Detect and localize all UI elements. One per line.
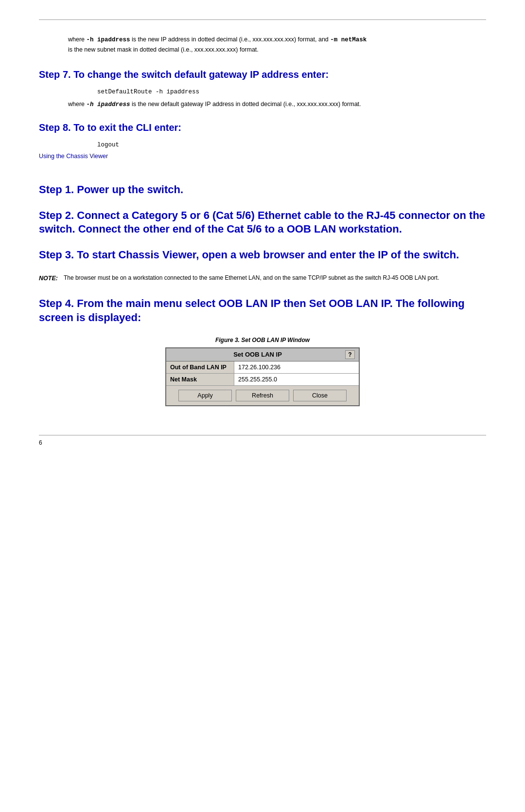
step8-heading: Step 8. To to exit the CLI enter:	[39, 121, 486, 134]
step4b-section: Step 4. From the main menu select OOB LA…	[39, 297, 486, 325]
note-label: NOTE:	[39, 273, 58, 283]
chassis-viewer-link[interactable]: Using the Chassis Viewer	[39, 153, 108, 160]
step2b-heading: Step 2. Connect a Category 5 or 6 (Cat 5…	[39, 209, 486, 236]
step7-subcmd: -h ipaddress	[87, 101, 130, 108]
oob-titlebar: Set OOB LAN IP ?	[166, 348, 359, 361]
note-block: NOTE: The browser must be on a workstati…	[39, 273, 486, 283]
figure-caption: Figure 3. Set OOB LAN IP Window	[39, 337, 486, 343]
intro-cmd1: -h ipaddress	[87, 36, 130, 43]
apply-button[interactable]: Apply	[178, 390, 232, 401]
step7-section: Step 7. To change the switch default gat…	[39, 68, 486, 109]
oob-window: Set OOB LAN IP ? Out of Band LAN IP 172.…	[165, 347, 360, 406]
oob-window-title: Set OOB LAN IP	[170, 351, 345, 358]
step3b-section: Step 3. To start Chassis Viewer, open a …	[39, 248, 486, 262]
step1b-section: Step 1. Power up the switch.	[39, 183, 486, 197]
refresh-button[interactable]: Refresh	[236, 390, 289, 401]
step4b-heading: Step 4. From the main menu select OOB LA…	[39, 297, 486, 325]
intro-text: where -h ipaddress is the new IP address…	[68, 35, 486, 54]
step2b-section: Step 2. Connect a Category 5 or 6 (Cat 5…	[39, 209, 486, 236]
step8-code: logout	[97, 142, 486, 148]
page-number: 6	[39, 439, 42, 446]
oob-buttons: Apply Refresh Close	[166, 386, 359, 405]
figure-container: Figure 3. Set OOB LAN IP Window Set OOB …	[39, 337, 486, 406]
oob-label-ip: Out of Band LAN IP	[166, 361, 234, 373]
bottom-rule	[39, 435, 486, 435]
oob-label-mask: Net Mask	[166, 374, 234, 385]
step8-section: Step 8. To to exit the CLI enter: logout…	[39, 121, 486, 171]
top-rule	[39, 19, 486, 20]
oob-value-mask: 255.255.255.0	[234, 374, 359, 385]
step7-heading: Step 7. To change the switch default gat…	[39, 68, 486, 81]
intro-cmd2: -m netMask	[330, 36, 367, 43]
oob-help-button[interactable]: ?	[345, 350, 355, 359]
step7-subtext: where -h ipaddress is the new default ga…	[68, 99, 486, 109]
step1b-heading: Step 1. Power up the switch.	[39, 183, 486, 197]
step7-code: setDefaultRoute -h ipaddress	[97, 89, 486, 95]
note-text: The browser must be on a workstation con…	[64, 273, 439, 283]
page-container: where -h ipaddress is the new IP address…	[0, 0, 525, 455]
oob-row-mask: Net Mask 255.255.255.0	[166, 374, 359, 386]
oob-row-ip: Out of Band LAN IP 172.26.100.236	[166, 361, 359, 374]
step3b-heading: Step 3. To start Chassis Viewer, open a …	[39, 248, 486, 262]
close-button[interactable]: Close	[293, 390, 347, 401]
oob-value-ip: 172.26.100.236	[234, 361, 359, 373]
